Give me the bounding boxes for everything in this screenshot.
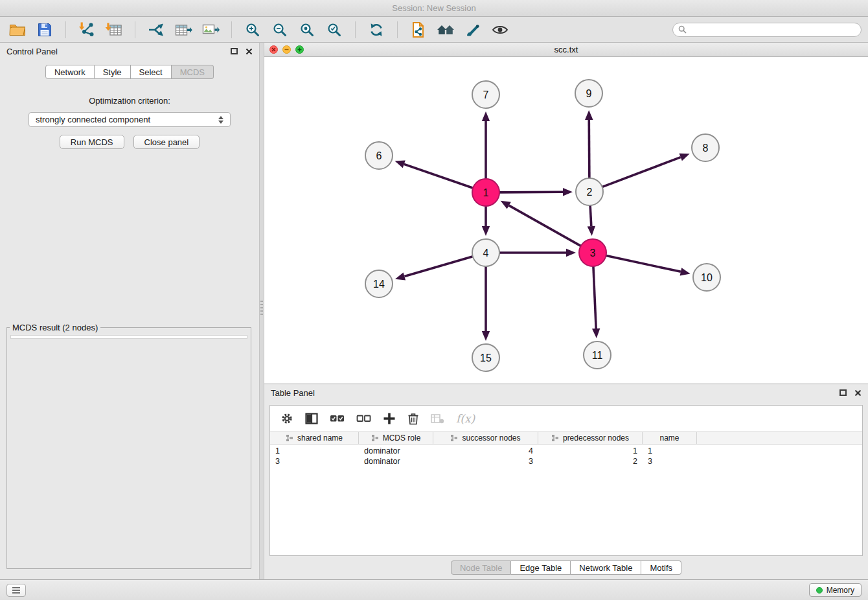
tab-mcds[interactable]: MCDS bbox=[172, 65, 214, 79]
table-cell[interactable]: 1 bbox=[538, 446, 643, 456]
tab-network-table[interactable]: Network Table bbox=[571, 560, 641, 575]
table-cell[interactable]: 2 bbox=[538, 456, 643, 467]
node-label: 3 bbox=[590, 248, 596, 259]
import-network-button[interactable] bbox=[76, 20, 98, 40]
network-node[interactable]: 4 bbox=[472, 239, 499, 266]
table-cell[interactable]: 3 bbox=[643, 456, 697, 467]
close-panel-button[interactable]: Close panel bbox=[133, 135, 200, 149]
add-column-icon[interactable] bbox=[383, 412, 396, 425]
table-settings-gear-icon[interactable] bbox=[280, 412, 293, 425]
maximize-window-button[interactable] bbox=[295, 45, 304, 54]
table-row[interactable]: 3dominator323 bbox=[270, 456, 862, 467]
table-cell[interactable]: 1 bbox=[270, 446, 359, 456]
zoom-out-button[interactable] bbox=[269, 20, 291, 40]
column-header-shared-name[interactable]: shared name bbox=[270, 432, 359, 444]
table-panel: Table Panel bbox=[264, 384, 868, 579]
delete-table-icon-disabled[interactable] bbox=[431, 413, 444, 424]
network-edge[interactable] bbox=[590, 205, 591, 226]
zoom-out-icon bbox=[272, 22, 288, 38]
splitter-grip-icon[interactable] bbox=[260, 301, 263, 316]
table-cell[interactable]: dominator bbox=[359, 446, 433, 456]
close-window-button[interactable] bbox=[269, 45, 278, 54]
network-edge[interactable] bbox=[499, 192, 563, 192]
float-panel-icon[interactable] bbox=[231, 48, 238, 54]
column-header-mcds-role[interactable]: MCDS role bbox=[359, 432, 433, 444]
network-node[interactable]: 14 bbox=[365, 270, 393, 297]
network-node-selected[interactable]: 3 bbox=[579, 239, 606, 266]
network-node[interactable]: 7 bbox=[472, 81, 499, 108]
memory-label: Memory bbox=[827, 586, 854, 595]
edge-arrowhead-icon bbox=[395, 273, 405, 281]
close-panel-icon[interactable] bbox=[854, 389, 862, 397]
table-cell[interactable]: dominator bbox=[359, 456, 433, 467]
import-table-button[interactable] bbox=[103, 20, 125, 40]
paint-style-button[interactable] bbox=[462, 20, 484, 40]
network-node[interactable]: 9 bbox=[575, 80, 602, 107]
tab-node-table[interactable]: Node Table bbox=[451, 560, 512, 575]
criterion-dropdown[interactable]: strongly connected component bbox=[29, 112, 231, 127]
network-edge[interactable] bbox=[509, 205, 582, 246]
run-mcds-button[interactable]: Run MCDS bbox=[60, 135, 124, 149]
table-cell[interactable]: 1 bbox=[643, 446, 697, 456]
select-all-icon[interactable] bbox=[330, 414, 345, 423]
tab-edge-table[interactable]: Edge Table bbox=[511, 560, 571, 575]
edge-arrowhead-icon bbox=[679, 154, 689, 161]
new-network-button[interactable] bbox=[145, 20, 167, 40]
panel-splitter[interactable] bbox=[259, 43, 264, 579]
network-node-selected[interactable]: 1 bbox=[472, 179, 499, 206]
table-row[interactable]: 1dominator411 bbox=[270, 446, 862, 456]
column-header-successor-nodes[interactable]: successor nodes bbox=[433, 432, 538, 444]
delete-column-icon[interactable] bbox=[407, 412, 419, 425]
search-input[interactable] bbox=[690, 25, 856, 34]
mcds-result-item[interactable]: 1 bbox=[15, 337, 243, 339]
table-panel-header: Table Panel bbox=[264, 384, 868, 401]
graphics-details-button[interactable] bbox=[489, 20, 511, 40]
export-table-button[interactable] bbox=[172, 20, 194, 40]
deselect-all-icon[interactable] bbox=[356, 414, 371, 423]
minimize-window-button[interactable] bbox=[282, 45, 291, 54]
network-node[interactable]: 15 bbox=[472, 344, 499, 371]
network-node[interactable]: 2 bbox=[576, 178, 603, 205]
table-cell[interactable]: 3 bbox=[270, 456, 359, 467]
network-edge[interactable] bbox=[606, 255, 681, 271]
column-header-name[interactable]: name bbox=[643, 432, 697, 444]
memory-button[interactable]: Memory bbox=[809, 583, 862, 597]
table-cell[interactable]: 4 bbox=[433, 446, 538, 456]
network-node[interactable]: 11 bbox=[584, 341, 611, 369]
network-edge[interactable] bbox=[404, 257, 473, 277]
task-history-button[interactable] bbox=[6, 584, 26, 597]
refresh-view-button[interactable] bbox=[365, 20, 387, 40]
tab-network[interactable]: Network bbox=[45, 65, 95, 79]
zoom-fit-button[interactable] bbox=[296, 20, 318, 40]
network-node[interactable]: 6 bbox=[365, 142, 393, 169]
table-cell[interactable]: 3 bbox=[433, 456, 538, 467]
column-header-predecessor-nodes[interactable]: predecessor nodes bbox=[538, 432, 643, 444]
function-builder-button[interactable]: f(x) bbox=[456, 412, 475, 425]
tab-motifs[interactable]: Motifs bbox=[641, 560, 681, 575]
open-session-button[interactable] bbox=[6, 20, 29, 40]
network-node[interactable]: 8 bbox=[692, 134, 719, 161]
tab-select[interactable]: Select bbox=[131, 65, 172, 79]
close-panel-icon[interactable] bbox=[246, 48, 253, 55]
zoom-in-button[interactable] bbox=[242, 20, 264, 40]
tab-style[interactable]: Style bbox=[95, 65, 131, 79]
node-label: 15 bbox=[480, 352, 492, 363]
network-node[interactable]: 10 bbox=[693, 264, 720, 291]
import-network-icon bbox=[78, 21, 95, 38]
status-bar: Memory bbox=[0, 579, 868, 600]
network-canvas[interactable]: 7968124314101511 bbox=[264, 57, 868, 384]
network-graph[interactable]: 7968124314101511 bbox=[264, 57, 868, 384]
clone-network-button[interactable] bbox=[407, 20, 429, 40]
network-edge[interactable] bbox=[589, 120, 589, 179]
toolbar-separator bbox=[355, 21, 356, 38]
network-edge[interactable] bbox=[404, 164, 474, 188]
export-image-button[interactable] bbox=[200, 20, 222, 40]
first-neighbors-button[interactable] bbox=[435, 20, 457, 40]
zoom-selected-button[interactable] bbox=[323, 20, 345, 40]
network-edge[interactable] bbox=[593, 266, 596, 329]
float-panel-icon[interactable] bbox=[839, 389, 847, 396]
mcds-result-list[interactable]: 13 bbox=[10, 335, 247, 339]
save-session-button[interactable] bbox=[34, 20, 56, 40]
show-columns-icon[interactable] bbox=[305, 413, 318, 424]
network-edge[interactable] bbox=[602, 157, 681, 187]
